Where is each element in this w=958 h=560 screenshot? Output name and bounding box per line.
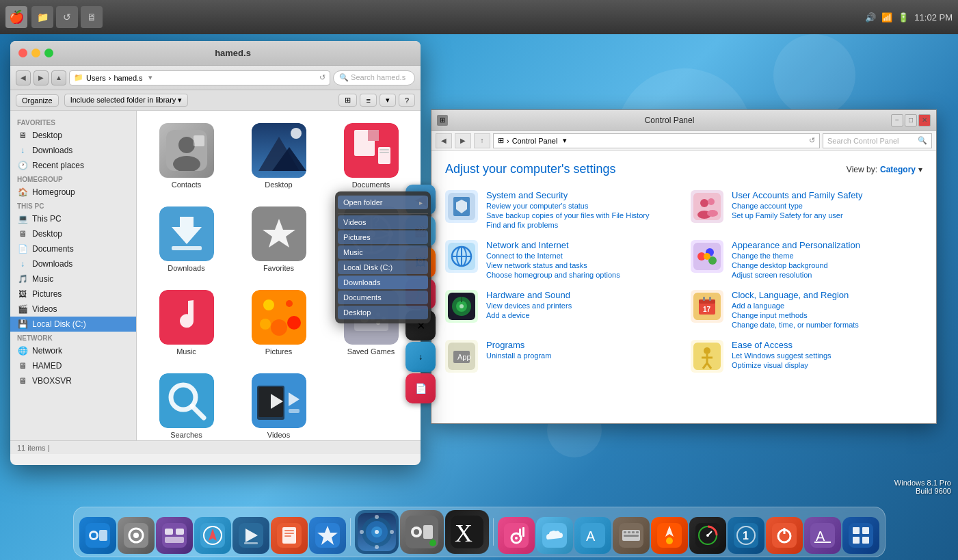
user-accounts-title[interactable]: User Accounts and Family Safety bbox=[732, 190, 862, 200]
system-security-title[interactable]: System and Security bbox=[486, 190, 649, 200]
organize-button[interactable]: Organize bbox=[16, 94, 59, 107]
sidebar-item-recent[interactable]: 🕐 Recent places bbox=[10, 158, 136, 173]
clock-icon[interactable]: 17 bbox=[691, 290, 723, 323]
forward-button[interactable]: ▶ bbox=[34, 70, 49, 85]
cp-close-button[interactable]: ✕ bbox=[918, 114, 931, 126]
dock-finder[interactable] bbox=[79, 517, 116, 554]
viewby-chevron-icon[interactable]: ▾ bbox=[918, 165, 922, 174]
cp-search-icon[interactable]: 🔍 bbox=[918, 136, 927, 145]
dock-grey-finder[interactable] bbox=[400, 510, 444, 554]
programs-icon[interactable]: App bbox=[445, 340, 478, 373]
sidebar-item-videos[interactable]: 🎬 Videos bbox=[10, 302, 136, 317]
cp-refresh-icon[interactable]: ↺ bbox=[809, 136, 815, 145]
sidebar-item-music[interactable]: 🎵 Music bbox=[10, 271, 136, 286]
popup-item-documents[interactable]: Documents bbox=[338, 291, 428, 304]
sidebar-item-pictures[interactable]: 🖼 Pictures bbox=[10, 286, 136, 302]
clock-link2[interactable]: Change input methods bbox=[732, 311, 859, 319]
system-security-link1[interactable]: Review your computer's status bbox=[486, 202, 649, 210]
dock-x-app[interactable]: X bbox=[445, 510, 489, 554]
maximize-button[interactable] bbox=[44, 49, 53, 57]
popup-item-music[interactable]: Music bbox=[338, 245, 428, 259]
folder-music[interactable]: Music bbox=[144, 284, 229, 361]
minimize-button[interactable] bbox=[31, 49, 40, 57]
appearance-link3[interactable]: Adjust screen resolution bbox=[732, 271, 860, 279]
sidebar-item-localdisk[interactable]: 💾 Local Disk (C:) bbox=[10, 317, 136, 332]
folder-searches[interactable]: Searches bbox=[144, 368, 229, 440]
ease-link2[interactable]: Optimize visual display bbox=[732, 361, 831, 369]
finder-search[interactable]: 🔍 Search hamed.s bbox=[333, 70, 415, 85]
appearance-link1[interactable]: Change the theme bbox=[732, 252, 860, 260]
sidebar-item-downloads2[interactable]: ↓ Downloads bbox=[10, 256, 136, 271]
clock-link1[interactable]: Add a language bbox=[732, 302, 859, 310]
sidebar-item-homegroup[interactable]: 🏠 Homegroup bbox=[10, 185, 136, 200]
folder-desktop[interactable]: Desktop bbox=[236, 118, 321, 194]
user-accounts-icon[interactable] bbox=[691, 190, 723, 223]
taskbar-display-icon[interactable]: 🖥 bbox=[81, 6, 103, 28]
network-title[interactable]: Network and Internet bbox=[486, 240, 620, 250]
dock-icloud[interactable] bbox=[536, 517, 573, 554]
network-link2[interactable]: View network status and tasks bbox=[486, 261, 620, 269]
sidebar-item-documents[interactable]: 📄 Documents bbox=[10, 241, 136, 256]
dock-appstore[interactable]: A bbox=[574, 517, 611, 554]
folder-contacts[interactable]: Contacts bbox=[144, 118, 229, 194]
taskbar-refresh-icon[interactable]: ↺ bbox=[56, 6, 78, 28]
user-accounts-link1[interactable]: Change account type bbox=[732, 202, 862, 210]
user-accounts-link2[interactable]: Set up Family Safety for any user bbox=[732, 211, 862, 219]
hardware-link1[interactable]: View devices and printers bbox=[486, 302, 572, 310]
dock-itunes[interactable] bbox=[498, 517, 535, 554]
view-more-button[interactable]: ▾ bbox=[380, 94, 396, 107]
popup-item-localdisk[interactable]: Local Disk (C:) bbox=[338, 261, 428, 274]
refresh-icon[interactable]: ↺ bbox=[319, 73, 325, 82]
system-security-link3[interactable]: Find and fix problems bbox=[486, 221, 649, 229]
dock-mission-control[interactable] bbox=[156, 517, 193, 554]
dock-win8[interactable] bbox=[842, 517, 879, 554]
folder-favorites[interactable]: Favorites bbox=[236, 201, 321, 278]
popup-item-pictures[interactable]: Pictures bbox=[338, 230, 428, 244]
dock-rocket[interactable] bbox=[651, 517, 688, 554]
ease-title[interactable]: Ease of Access bbox=[732, 340, 831, 350]
sidebar-item-downloads[interactable]: ↓ Downloads bbox=[10, 143, 136, 158]
dock-disk-diag[interactable] bbox=[689, 517, 726, 554]
close-button[interactable] bbox=[18, 49, 27, 57]
sidebar-item-desktop[interactable]: 🖥 Desktop bbox=[10, 128, 136, 143]
network-internet-icon[interactable] bbox=[445, 240, 478, 273]
popup-item-videos[interactable]: Videos bbox=[338, 215, 428, 229]
dock-launchpad[interactable] bbox=[309, 517, 346, 554]
dock-system-prefs[interactable] bbox=[118, 517, 155, 554]
appearance-title[interactable]: Appearance and Personalization bbox=[732, 240, 860, 250]
path-dropdown[interactable]: ▾ bbox=[148, 73, 152, 82]
dock-power[interactable] bbox=[766, 517, 803, 554]
sidebar-item-vboxsvr[interactable]: 🖥 VBOXSVR bbox=[10, 373, 136, 388]
dock-pages[interactable] bbox=[271, 517, 308, 554]
help-button[interactable]: ? bbox=[399, 94, 415, 107]
cp-maximize-button[interactable]: □ bbox=[905, 114, 917, 126]
network-link1[interactable]: Connect to the Internet bbox=[486, 252, 620, 260]
sidebar-item-network[interactable]: 🌐 Network bbox=[10, 343, 136, 358]
popup-open-folder[interactable]: Open folder ▸ bbox=[338, 196, 428, 209]
dock-safari[interactable] bbox=[194, 517, 231, 554]
cp-back-button[interactable]: ◀ bbox=[436, 133, 452, 148]
address-bar[interactable]: 📁 Users › hamed.s ▾ ↺ bbox=[69, 70, 330, 85]
dock-keyboard[interactable] bbox=[613, 517, 650, 554]
hardware-link2[interactable]: Add a device bbox=[486, 311, 572, 319]
cp-forward-button[interactable]: ▶ bbox=[455, 133, 471, 148]
network-icon[interactable]: 📶 bbox=[881, 12, 892, 23]
dock-launchpad-osx[interactable] bbox=[355, 510, 399, 554]
programs-link1[interactable]: Uninstall a program bbox=[486, 351, 551, 360]
strip-app5[interactable]: ↓ bbox=[405, 342, 436, 372]
system-security-link2[interactable]: Save backup copies of your files with Fi… bbox=[486, 211, 649, 219]
clock-title[interactable]: Clock, Language, and Region bbox=[732, 290, 859, 300]
battery-icon[interactable]: 🔋 bbox=[898, 12, 909, 23]
clock-link3[interactable]: Change date, time, or number formats bbox=[732, 321, 859, 329]
taskbar-apple-icon[interactable]: 🍎 bbox=[5, 6, 27, 28]
cp-minimize-button[interactable]: − bbox=[891, 114, 903, 126]
cp-up-button[interactable]: ↑ bbox=[474, 133, 490, 148]
viewby-value[interactable]: Category bbox=[880, 165, 916, 174]
dock-imovie[interactable] bbox=[232, 517, 269, 554]
network-link3[interactable]: Choose homegroup and sharing options bbox=[486, 271, 620, 279]
appearance-icon[interactable] bbox=[691, 240, 723, 273]
appearance-link2[interactable]: Change desktop background bbox=[732, 261, 860, 269]
up-button[interactable]: ▲ bbox=[51, 70, 66, 85]
dock-one[interactable]: 1 bbox=[728, 517, 764, 554]
hardware-title[interactable]: Hardware and Sound bbox=[486, 290, 572, 300]
